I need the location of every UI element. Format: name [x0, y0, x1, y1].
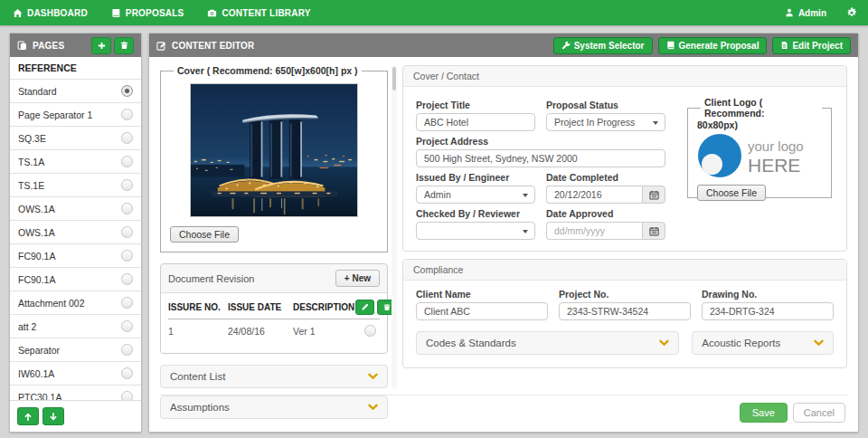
left-column-scrollbar[interactable] [392, 65, 397, 389]
list-item-radio[interactable] [121, 179, 133, 191]
list-item-label: OWS.1A [18, 227, 55, 238]
drawing-no-input[interactable] [702, 302, 834, 320]
nav-user-admin[interactable]: Admin [785, 8, 826, 18]
system-selector-button[interactable]: System Selector [553, 37, 653, 54]
calendar-icon [649, 190, 659, 200]
assumptions-collapsible[interactable]: Assumptions [160, 395, 388, 419]
move-up-button[interactable] [17, 407, 39, 425]
list-item-radio[interactable] [121, 156, 133, 167]
list-item-radio[interactable] [121, 344, 133, 356]
edit-project-button[interactable]: Edit Project [772, 37, 851, 54]
list-item-radio[interactable] [121, 297, 133, 309]
list-item-radio[interactable] [121, 203, 133, 214]
chevron-down-icon [659, 339, 669, 347]
chevron-down-icon [368, 404, 378, 411]
list-item-radio[interactable] [121, 367, 133, 379]
list-item-label: TS.1A [18, 157, 44, 167]
date-approved-calendar-button[interactable] [642, 222, 665, 240]
list-item[interactable]: Page Separator 1 [10, 103, 141, 127]
date-completed-calendar-button[interactable] [642, 186, 665, 204]
generate-proposal-button[interactable]: Generate Proposal [658, 37, 768, 54]
list-item[interactable]: Attachment 002 [10, 291, 141, 315]
arrow-up-icon [24, 412, 33, 422]
list-item[interactable]: SQ.3E [10, 127, 141, 150]
list-item-label: Page Separator 1 [18, 110, 92, 120]
person-icon [785, 8, 794, 17]
date-approved-label: Date Approved [546, 208, 665, 219]
list-item-radio[interactable] [121, 132, 133, 144]
client-logo-fieldset: Client Logo ( Recommend: 80x80px) your l… [687, 97, 832, 198]
client-name-input[interactable] [416, 302, 548, 320]
issued-by-select[interactable]: Admin [416, 186, 535, 204]
editor-left-column: Cover ( Recommend: 650[w]x600[h] px ) [160, 65, 388, 389]
list-item[interactable]: TS.1E [10, 174, 141, 197]
pages-panel: PAGES REFERENCE Standard Page Separ [9, 33, 142, 433]
cell-description: Ver 1 [293, 326, 338, 337]
add-page-button[interactable] [91, 37, 111, 54]
move-down-button[interactable] [42, 407, 64, 425]
logo-choose-file-button[interactable]: Choose File [697, 185, 766, 201]
date-approved-input[interactable] [546, 222, 642, 240]
list-item[interactable]: att 2 [10, 315, 141, 338]
list-item-radio[interactable] [121, 85, 133, 97]
list-item[interactable]: PTC30.1A [10, 386, 141, 400]
project-no-input[interactable] [559, 302, 691, 320]
list-item[interactable]: FC90.1A [10, 268, 141, 291]
content-list-label: Content List [170, 371, 225, 382]
save-button[interactable]: Save [740, 403, 788, 423]
gear-icon[interactable] [846, 7, 857, 18]
list-item-radio[interactable] [121, 391, 133, 400]
checked-by-label: Checked By / Reviewer [416, 208, 535, 219]
proposal-status-select[interactable]: Project In Progress [546, 113, 665, 131]
revision-row-radio[interactable] [364, 325, 376, 337]
date-completed-input[interactable] [546, 186, 642, 204]
list-item-label: IW60.1A [18, 368, 54, 379]
checked-by-select[interactable] [416, 222, 535, 240]
chevron-down-icon [368, 373, 378, 380]
list-item[interactable]: OWS.1A [10, 197, 141, 221]
column-header: ISSURE NO. [168, 302, 228, 312]
cancel-button[interactable]: Cancel [793, 403, 845, 423]
list-item-label: Attachment 002 [18, 298, 85, 309]
list-item-radio[interactable] [121, 273, 133, 285]
new-revision-button[interactable]: + New [335, 270, 380, 287]
list-item-radio[interactable] [121, 226, 133, 238]
drawing-no-label: Drawing No. [702, 289, 834, 300]
compliance-title: Compliance [403, 260, 846, 281]
acoustic-reports-collapsible[interactable]: Acoustic Reports [692, 331, 834, 355]
codes-standards-collapsible[interactable]: Codes & Standards [416, 331, 679, 355]
project-title-input[interactable] [416, 113, 535, 131]
cover-fieldset: Cover ( Recommend: 650[w]x600[h] px ) [160, 65, 388, 252]
svg-text:HERE: HERE [748, 155, 800, 176]
client-logo-legend-line2: 80x80px) [697, 119, 822, 130]
cover-choose-file-button[interactable]: Choose File [170, 226, 239, 243]
pages-list[interactable]: REFERENCE Standard Page Separator 1 SQ.3… [10, 57, 141, 400]
list-item-radio[interactable] [121, 109, 133, 120]
list-item[interactable]: TS.1A [10, 150, 141, 174]
content-list-collapsible[interactable]: Content List [160, 365, 388, 388]
delete-page-button[interactable] [114, 37, 134, 54]
date-completed-label: Date Completed [546, 172, 665, 183]
copy-icon [17, 41, 27, 51]
edit-revision-button[interactable] [355, 300, 374, 315]
nav-item-dashboard[interactable]: DASHBOARD [11, 0, 99, 25]
list-item-radio[interactable] [121, 250, 133, 262]
document-revision-table: ISSURE NO. ISSUE DATE DESCRIPTION [161, 292, 387, 353]
nav-item-content-library[interactable]: CONTENT LIBRARY [195, 0, 322, 25]
list-item[interactable]: Standard [10, 80, 141, 103]
cover-image-preview [190, 83, 358, 217]
list-item-label: SQ.3E [18, 133, 46, 144]
list-item[interactable]: Separator [10, 338, 141, 362]
list-item[interactable]: OWS.1A [10, 221, 141, 244]
pages-panel-title: PAGES [33, 41, 64, 51]
list-item[interactable]: IW60.1A [10, 362, 141, 386]
nav-item-proposals[interactable]: PROPOSALS [99, 0, 196, 25]
list-item[interactable]: FC90.1A [10, 244, 141, 268]
nav-user-label: Admin [798, 8, 826, 18]
trash-icon [120, 41, 128, 50]
pages-panel-footer [10, 400, 141, 432]
cell-issue-no: 1 [168, 326, 228, 337]
list-item-radio[interactable] [121, 320, 133, 332]
project-address-input[interactable] [416, 149, 665, 167]
issued-by-label: Issued By / Engineer [416, 172, 535, 183]
